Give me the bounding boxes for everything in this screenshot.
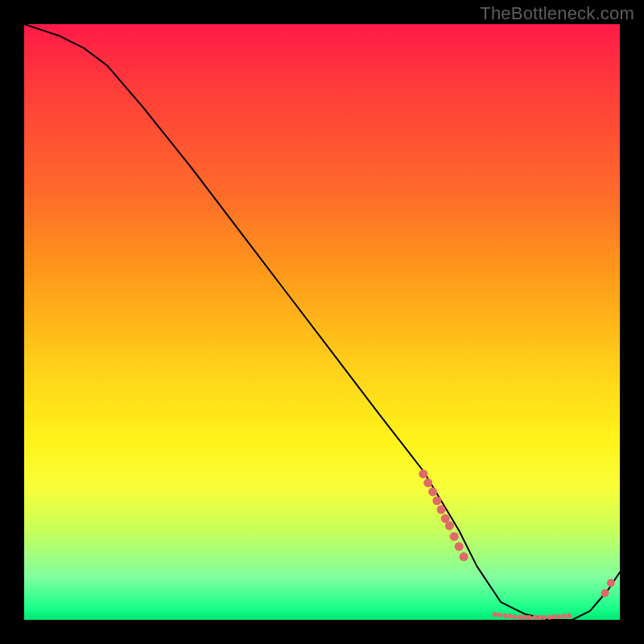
data-point xyxy=(493,612,497,617)
data-point xyxy=(437,506,446,514)
data-point xyxy=(532,615,537,620)
data-point xyxy=(518,615,522,620)
data-point xyxy=(497,613,502,617)
data-point xyxy=(460,552,469,561)
data-point xyxy=(455,542,464,551)
data-point xyxy=(557,614,562,619)
data-point xyxy=(542,615,547,620)
scatter-dots xyxy=(419,469,615,620)
data-point xyxy=(423,478,432,487)
data-point xyxy=(567,613,572,618)
data-point xyxy=(507,614,512,619)
data-point xyxy=(445,522,454,530)
data-point xyxy=(562,614,567,619)
data-point xyxy=(450,532,459,541)
chart-overlay-svg xyxy=(24,24,620,620)
watermark-text: TheBottleneck.com xyxy=(480,3,634,24)
data-point xyxy=(601,589,609,597)
data-point xyxy=(527,615,532,620)
data-point xyxy=(552,614,557,619)
data-point xyxy=(428,487,437,496)
data-point xyxy=(432,497,441,506)
data-point xyxy=(537,615,542,620)
data-point xyxy=(522,615,527,620)
data-point xyxy=(607,579,615,587)
data-point xyxy=(502,613,507,618)
data-point xyxy=(547,615,552,620)
bottleneck-curve xyxy=(24,24,620,620)
data-point xyxy=(419,469,427,478)
data-point xyxy=(512,614,517,619)
chart-frame: TheBottleneck.com xyxy=(0,0,644,644)
